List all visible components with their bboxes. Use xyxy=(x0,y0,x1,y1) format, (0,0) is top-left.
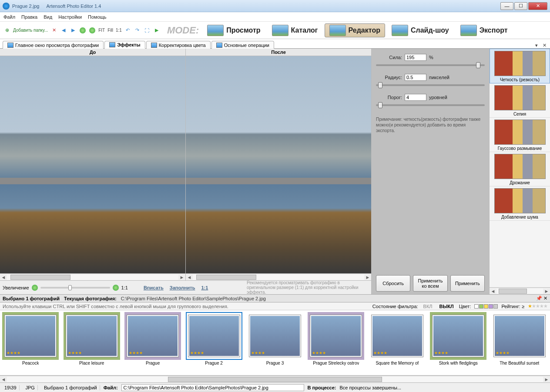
rotate-right-icon[interactable]: ↷ xyxy=(133,26,142,35)
thumb-image: ★★★★ xyxy=(66,315,117,357)
effect-1[interactable]: Сепия xyxy=(490,83,550,118)
effect-thumb xyxy=(494,154,546,179)
after-hscroll[interactable]: ◄► xyxy=(186,273,371,280)
menu-help[interactable]: Помощь xyxy=(88,14,107,20)
after-photo[interactable] xyxy=(186,56,371,273)
add-folder-button[interactable]: Добавить папку... xyxy=(12,26,49,35)
tabs: Главное окно просмотра фотографииЭффекты… xyxy=(0,39,550,49)
mode-label: Экспорт xyxy=(480,27,508,34)
maximize-button[interactable]: ☐ xyxy=(514,2,527,10)
color-label: Цвет: xyxy=(459,304,471,309)
filmstrip[interactable]: ★★★★Peacock★★★★Place leisure★★★★Prague★★… xyxy=(0,310,550,375)
mode-2[interactable]: Редактор xyxy=(325,23,385,37)
fill-button[interactable]: Fill xyxy=(107,26,114,35)
thumb-image: ★★★★ xyxy=(5,315,56,357)
zoom-in-icon[interactable] xyxy=(113,285,119,291)
mode-label: Просмотр xyxy=(226,27,260,34)
thumb-1[interactable]: ★★★★Place leisure xyxy=(63,312,120,373)
oneone-link[interactable]: 1:1 xyxy=(201,285,208,290)
effect-4[interactable]: Добавление шума xyxy=(490,186,550,221)
zoom-out-icon[interactable] xyxy=(88,26,97,35)
effect-controls: Сила: % Радиус: пикселей Порог: уровней … xyxy=(372,49,489,294)
mode-0[interactable]: Просмотр xyxy=(202,23,265,37)
play-icon[interactable]: ▶ xyxy=(152,26,161,35)
fit-link[interactable]: Вписать xyxy=(144,285,164,290)
fit-button[interactable]: FIT xyxy=(97,26,106,35)
add-folder-icon[interactable]: ⊕ xyxy=(3,26,11,35)
menu-edit[interactable]: Правка xyxy=(21,14,37,20)
close-button[interactable]: ✕ xyxy=(528,2,547,10)
filter-off[interactable]: ВЫКЛ xyxy=(438,304,456,309)
reset-button[interactable]: Сбросить xyxy=(376,275,410,292)
tab-3[interactable]: Основные операции xyxy=(211,41,274,49)
thumb-2[interactable]: ★★★★Prague xyxy=(124,312,181,373)
color-chips[interactable] xyxy=(474,304,498,309)
tab-icon xyxy=(7,43,13,48)
effect-label: Дрожание xyxy=(492,180,547,185)
delete-icon[interactable]: ✕ xyxy=(50,26,58,35)
radius-slider[interactable] xyxy=(376,84,485,86)
mode-1[interactable]: Каталог xyxy=(267,23,323,37)
threshold-label: Порог: xyxy=(376,95,402,100)
fill-link[interactable]: Заполнить xyxy=(170,285,195,290)
effect-label: Добавление шума xyxy=(492,215,547,219)
menu-file[interactable]: Файл xyxy=(3,14,15,20)
thumb-image: ★★★★ xyxy=(249,315,301,357)
thumb-5[interactable]: ★★★★Prague Strelecky ostrov xyxy=(307,312,365,373)
zoom-oneone[interactable]: 1:1 xyxy=(121,285,128,290)
mode-icon xyxy=(460,25,477,36)
status-proc-msg: Все процессы завершены... xyxy=(339,385,548,390)
rating-stars[interactable]: ★★★★★ xyxy=(528,303,547,309)
mode-4[interactable]: Экспорт xyxy=(456,23,513,37)
before-photo[interactable] xyxy=(0,56,185,273)
current-path: C:\Program Files\Artensoft Photo Editor\… xyxy=(121,296,266,301)
tab-1[interactable]: Эффекты xyxy=(104,41,145,49)
effect-2[interactable]: Гауссово размывание xyxy=(490,118,550,152)
nav-right-icon[interactable]: ▶ xyxy=(69,26,77,35)
thumb-caption: Prague Strelecky ostrov xyxy=(313,361,359,365)
fullscreen-icon[interactable]: ⛶ xyxy=(143,26,151,35)
before-hscroll[interactable]: ◄► xyxy=(0,273,185,280)
strength-input[interactable] xyxy=(405,54,426,61)
strip-controls: Используйте клавиши CTRL или SHIFT совме… xyxy=(0,302,550,310)
effect-thumb xyxy=(494,120,546,145)
effects-hscroll[interactable]: ◄► xyxy=(490,287,550,294)
tab-close-icon[interactable]: ✕ xyxy=(541,42,547,48)
tab-2[interactable]: Корректировка цвета xyxy=(146,41,211,49)
minimize-button[interactable]: — xyxy=(500,2,513,10)
threshold-slider[interactable] xyxy=(376,104,485,106)
effect-3[interactable]: Дрожание xyxy=(490,152,550,186)
mode-3[interactable]: Слайд-шоу xyxy=(387,23,454,37)
tab-menu-icon[interactable]: ▾ xyxy=(533,42,540,48)
apply-button[interactable]: Применить xyxy=(450,275,485,292)
filmstrip-hscroll[interactable]: ◄► xyxy=(0,375,550,382)
zoom-in-icon[interactable] xyxy=(78,26,87,35)
menu-settings[interactable]: Настройки xyxy=(58,14,82,20)
effect-label: Сепия xyxy=(492,112,547,116)
after-label: После xyxy=(185,49,371,56)
thumb-6[interactable]: ★★★★Square the Memory of xyxy=(369,312,426,373)
zoom-slider[interactable] xyxy=(40,287,110,289)
thumb-3[interactable]: ★★★★Prague 2 xyxy=(185,312,242,373)
radius-input[interactable] xyxy=(405,74,426,81)
effect-0[interactable]: Четкость (резкость) xyxy=(490,49,550,83)
thumb-image: ★★★★ xyxy=(372,315,423,357)
filter-on[interactable]: ВКЛ xyxy=(422,304,434,309)
mode-label: Редактор xyxy=(349,27,380,34)
strength-slider[interactable] xyxy=(376,64,485,66)
apply-all-button[interactable]: Применить ко всем xyxy=(413,275,447,292)
threshold-input[interactable] xyxy=(405,94,426,101)
rotate-left-icon[interactable]: ↶ xyxy=(124,26,132,35)
nav-left-icon[interactable]: ◀ xyxy=(59,26,68,35)
thumb-8[interactable]: ★★★★The Beautiful sunset xyxy=(491,312,548,373)
menu-view[interactable]: Вид xyxy=(44,14,52,20)
oneone-button[interactable]: 1:1 xyxy=(115,26,123,35)
thumb-7[interactable]: ★★★★Stork with fledglings xyxy=(429,312,487,373)
mode-label: Каталог xyxy=(291,27,318,34)
status-file-path[interactable] xyxy=(121,384,304,391)
pin-icon[interactable]: 📌 ✕ xyxy=(536,296,547,301)
thumb-4[interactable]: ★★★★Prague 3 xyxy=(246,312,304,373)
tab-0[interactable]: Главное окно просмотра фотографии xyxy=(3,41,104,49)
zoom-out-icon[interactable] xyxy=(32,285,38,291)
thumb-0[interactable]: ★★★★Peacock xyxy=(2,312,59,373)
